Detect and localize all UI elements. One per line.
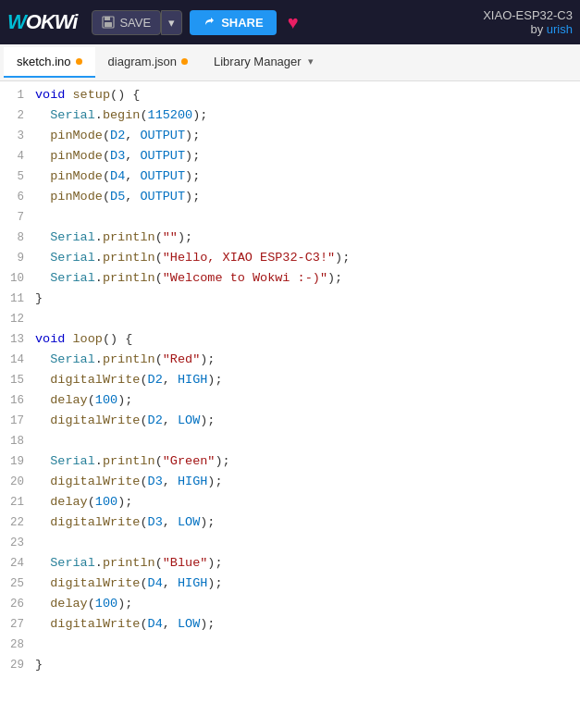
line-number: 3	[0, 127, 35, 145]
code-text: Serial.begin(115200);	[35, 105, 580, 126]
code-text: }	[35, 289, 580, 309]
code-line-19: 19 Serial.println("Green");	[0, 451, 580, 472]
line-number: 18	[0, 432, 35, 450]
code-editor[interactable]: 1 void setup() { 2 Serial.begin(115200);…	[0, 81, 580, 728]
line-number: 28	[0, 635, 35, 654]
device-name: XIAO-ESP32-C3	[483, 8, 573, 22]
code-text: Serial.println("Welcome to Wokwi :-)");	[35, 268, 580, 289]
code-line-4: 4 pinMode(D3, OUTPUT);	[0, 146, 580, 167]
line-number: 24	[0, 554, 35, 573]
code-text: pinMode(D5, OUTPUT);	[35, 187, 580, 207]
code-text: digitalWrite(D4, LOW);	[35, 614, 580, 635]
line-number: 11	[0, 290, 35, 308]
heart-button[interactable]: ♥	[288, 12, 299, 33]
code-text: Serial.println("Blue");	[35, 553, 580, 574]
code-text: digitalWrite(D3, LOW);	[35, 512, 580, 533]
code-line-29: 29 }	[0, 655, 580, 675]
code-text: delay(100);	[35, 594, 580, 614]
line-number: 2	[0, 106, 35, 125]
code-line-1: 1 void setup() {	[0, 85, 580, 105]
save-group: SAVE ▾	[92, 10, 182, 35]
code-line-15: 15 digitalWrite(D2, HIGH);	[0, 370, 580, 390]
code-line-14: 14 Serial.println("Red");	[0, 350, 580, 370]
code-line-28: 28	[0, 635, 580, 655]
code-text	[35, 635, 580, 655]
tab-diagram[interactable]: diagram.json	[95, 47, 201, 78]
code-text: pinMode(D2, OUTPUT);	[35, 126, 580, 146]
chevron-down-icon: ▾	[308, 56, 314, 68]
code-line-8: 8 Serial.println("");	[0, 228, 580, 248]
code-text: Serial.println("Red");	[35, 350, 580, 370]
tabs-bar: sketch.ino diagram.json Library Manager …	[0, 44, 580, 81]
by-label: by	[530, 22, 543, 36]
svg-rect-2	[105, 22, 112, 27]
code-text: digitalWrite(D4, HIGH);	[35, 574, 580, 594]
line-number: 19	[0, 452, 35, 471]
line-number: 4	[0, 147, 35, 166]
tab-sketch-label: sketch.ino	[17, 55, 71, 68]
share-icon	[203, 16, 216, 29]
code-text: void loop() {	[35, 329, 580, 350]
share-button[interactable]: SHARE	[190, 10, 277, 35]
save-dropdown-button[interactable]: ▾	[161, 10, 182, 35]
code-text	[35, 207, 580, 228]
line-number: 17	[0, 412, 35, 430]
code-line-5: 5 pinMode(D4, OUTPUT);	[0, 167, 580, 187]
code-text	[35, 533, 580, 553]
code-text	[35, 309, 580, 329]
line-number: 22	[0, 513, 35, 532]
floppy-icon	[102, 16, 115, 29]
tab-library[interactable]: Library Manager ▾	[201, 47, 327, 78]
code-text: Serial.println("");	[35, 228, 580, 248]
line-number: 21	[0, 493, 35, 512]
code-line-26: 26 delay(100);	[0, 594, 580, 614]
line-number: 6	[0, 188, 35, 206]
username-link[interactable]: urish	[547, 22, 573, 36]
code-line-9: 9 Serial.println("Hello, XIAO ESP32-C3!"…	[0, 248, 580, 268]
line-number: 25	[0, 574, 35, 593]
code-text: Serial.println("Hello, XIAO ESP32-C3!");	[35, 248, 580, 268]
code-text: digitalWrite(D3, HIGH);	[35, 472, 580, 492]
header: WOKWi SAVE ▾ SHARE ♥ XIAO-ESP32-C3 by ur…	[0, 0, 580, 44]
line-number: 9	[0, 249, 35, 267]
tab-sketch-dot	[76, 58, 82, 65]
save-label: SAVE	[119, 16, 151, 30]
line-number: 8	[0, 228, 35, 247]
code-text: pinMode(D4, OUTPUT);	[35, 167, 580, 187]
line-number: 10	[0, 269, 35, 288]
code-text: Serial.println("Green");	[35, 451, 580, 472]
code-text: digitalWrite(D2, LOW);	[35, 411, 580, 431]
line-number: 14	[0, 351, 35, 369]
share-label: SHARE	[221, 16, 264, 30]
code-line-11: 11 }	[0, 289, 580, 309]
svg-rect-1	[105, 17, 110, 20]
line-number: 20	[0, 473, 35, 491]
code-line-13: 13 void loop() {	[0, 329, 580, 350]
tab-diagram-label: diagram.json	[108, 55, 177, 68]
code-line-27: 27 digitalWrite(D4, LOW);	[0, 614, 580, 635]
code-text: delay(100);	[35, 492, 580, 512]
tab-library-label: Library Manager	[214, 55, 302, 68]
code-line-6: 6 pinMode(D5, OUTPUT);	[0, 187, 580, 207]
code-line-22: 22 digitalWrite(D3, LOW);	[0, 512, 580, 533]
code-line-24: 24 Serial.println("Blue");	[0, 553, 580, 574]
code-line-3: 3 pinMode(D2, OUTPUT);	[0, 126, 580, 146]
code-line-7: 7	[0, 207, 580, 228]
tab-sketch[interactable]: sketch.ino	[4, 47, 95, 78]
line-number: 23	[0, 534, 35, 552]
line-number: 5	[0, 167, 35, 186]
code-text: delay(100);	[35, 390, 580, 411]
line-number: 29	[0, 656, 35, 674]
line-number: 15	[0, 371, 35, 389]
code-line-20: 20 digitalWrite(D3, HIGH);	[0, 472, 580, 492]
code-text: }	[35, 655, 580, 675]
code-text	[35, 431, 580, 451]
line-number: 27	[0, 615, 35, 634]
code-line-10: 10 Serial.println("Welcome to Wokwi :-)"…	[0, 268, 580, 289]
save-button[interactable]: SAVE	[92, 10, 161, 35]
line-number: 26	[0, 595, 35, 613]
user-info: XIAO-ESP32-C3 by urish	[483, 8, 573, 36]
line-number: 12	[0, 310, 35, 328]
logo: WOKWi	[7, 10, 77, 34]
code-line-23: 23	[0, 533, 580, 553]
